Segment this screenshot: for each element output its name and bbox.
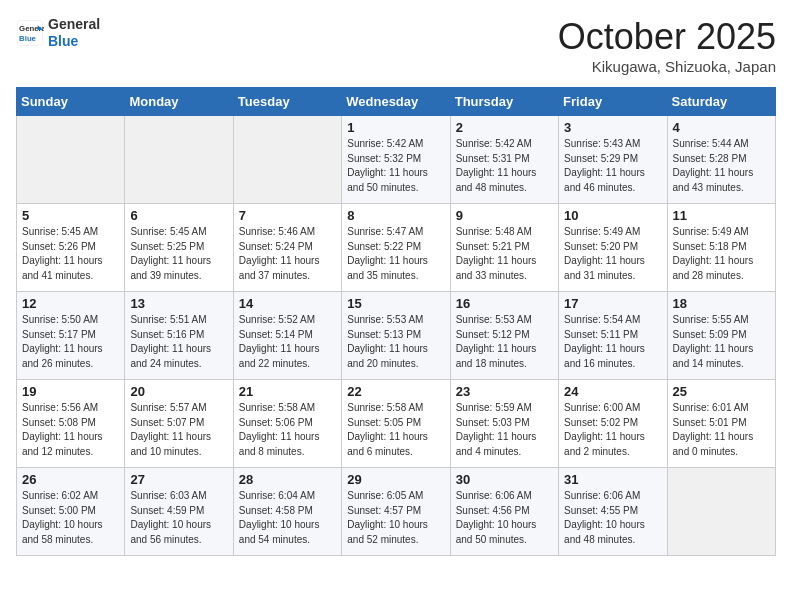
day-info: Sunrise: 5:52 AM Sunset: 5:14 PM Dayligh…: [239, 313, 336, 371]
logo: General Blue General Blue: [16, 16, 100, 50]
day-number: 26: [22, 472, 119, 487]
day-info: Sunrise: 6:06 AM Sunset: 4:55 PM Dayligh…: [564, 489, 661, 547]
day-number: 11: [673, 208, 770, 223]
day-info: Sunrise: 5:45 AM Sunset: 5:25 PM Dayligh…: [130, 225, 227, 283]
logo-icon: General Blue: [16, 19, 44, 47]
day-info: Sunrise: 5:53 AM Sunset: 5:13 PM Dayligh…: [347, 313, 444, 371]
calendar-cell: 3Sunrise: 5:43 AM Sunset: 5:29 PM Daylig…: [559, 116, 667, 204]
day-info: Sunrise: 5:58 AM Sunset: 5:05 PM Dayligh…: [347, 401, 444, 459]
day-number: 17: [564, 296, 661, 311]
calendar-cell: 4Sunrise: 5:44 AM Sunset: 5:28 PM Daylig…: [667, 116, 775, 204]
day-info: Sunrise: 6:06 AM Sunset: 4:56 PM Dayligh…: [456, 489, 553, 547]
weekday-header-tuesday: Tuesday: [233, 88, 341, 116]
day-number: 14: [239, 296, 336, 311]
day-number: 30: [456, 472, 553, 487]
day-number: 4: [673, 120, 770, 135]
calendar-cell: 27Sunrise: 6:03 AM Sunset: 4:59 PM Dayli…: [125, 468, 233, 556]
day-info: Sunrise: 5:43 AM Sunset: 5:29 PM Dayligh…: [564, 137, 661, 195]
calendar-cell: 14Sunrise: 5:52 AM Sunset: 5:14 PM Dayli…: [233, 292, 341, 380]
day-number: 9: [456, 208, 553, 223]
calendar-cell: 20Sunrise: 5:57 AM Sunset: 5:07 PM Dayli…: [125, 380, 233, 468]
calendar-cell: 8Sunrise: 5:47 AM Sunset: 5:22 PM Daylig…: [342, 204, 450, 292]
location: Kikugawa, Shizuoka, Japan: [558, 58, 776, 75]
day-number: 22: [347, 384, 444, 399]
day-number: 18: [673, 296, 770, 311]
day-number: 23: [456, 384, 553, 399]
calendar-cell: 10Sunrise: 5:49 AM Sunset: 5:20 PM Dayli…: [559, 204, 667, 292]
calendar-cell: 29Sunrise: 6:05 AM Sunset: 4:57 PM Dayli…: [342, 468, 450, 556]
day-info: Sunrise: 5:49 AM Sunset: 5:20 PM Dayligh…: [564, 225, 661, 283]
calendar-cell: 6Sunrise: 5:45 AM Sunset: 5:25 PM Daylig…: [125, 204, 233, 292]
day-number: 8: [347, 208, 444, 223]
month-title: October 2025: [558, 16, 776, 58]
weekday-header-monday: Monday: [125, 88, 233, 116]
weekday-header-wednesday: Wednesday: [342, 88, 450, 116]
calendar-cell: 1Sunrise: 5:42 AM Sunset: 5:32 PM Daylig…: [342, 116, 450, 204]
day-info: Sunrise: 6:00 AM Sunset: 5:02 PM Dayligh…: [564, 401, 661, 459]
page-header: General Blue General Blue October 2025 K…: [16, 16, 776, 75]
day-number: 29: [347, 472, 444, 487]
day-number: 28: [239, 472, 336, 487]
day-number: 1: [347, 120, 444, 135]
day-info: Sunrise: 5:59 AM Sunset: 5:03 PM Dayligh…: [456, 401, 553, 459]
day-info: Sunrise: 5:58 AM Sunset: 5:06 PM Dayligh…: [239, 401, 336, 459]
day-info: Sunrise: 6:05 AM Sunset: 4:57 PM Dayligh…: [347, 489, 444, 547]
day-number: 5: [22, 208, 119, 223]
day-number: 24: [564, 384, 661, 399]
day-number: 2: [456, 120, 553, 135]
logo-general-text: General: [48, 16, 100, 33]
day-number: 3: [564, 120, 661, 135]
calendar-cell: 13Sunrise: 5:51 AM Sunset: 5:16 PM Dayli…: [125, 292, 233, 380]
day-info: Sunrise: 5:54 AM Sunset: 5:11 PM Dayligh…: [564, 313, 661, 371]
calendar-cell: 5Sunrise: 5:45 AM Sunset: 5:26 PM Daylig…: [17, 204, 125, 292]
calendar-table: SundayMondayTuesdayWednesdayThursdayFrid…: [16, 87, 776, 556]
day-info: Sunrise: 6:02 AM Sunset: 5:00 PM Dayligh…: [22, 489, 119, 547]
day-info: Sunrise: 5:51 AM Sunset: 5:16 PM Dayligh…: [130, 313, 227, 371]
calendar-week-2: 5Sunrise: 5:45 AM Sunset: 5:26 PM Daylig…: [17, 204, 776, 292]
calendar-cell: 30Sunrise: 6:06 AM Sunset: 4:56 PM Dayli…: [450, 468, 558, 556]
day-info: Sunrise: 5:55 AM Sunset: 5:09 PM Dayligh…: [673, 313, 770, 371]
day-number: 15: [347, 296, 444, 311]
calendar-cell: 12Sunrise: 5:50 AM Sunset: 5:17 PM Dayli…: [17, 292, 125, 380]
calendar-cell: [233, 116, 341, 204]
weekday-header-sunday: Sunday: [17, 88, 125, 116]
calendar-week-1: 1Sunrise: 5:42 AM Sunset: 5:32 PM Daylig…: [17, 116, 776, 204]
day-info: Sunrise: 5:50 AM Sunset: 5:17 PM Dayligh…: [22, 313, 119, 371]
weekday-header-row: SundayMondayTuesdayWednesdayThursdayFrid…: [17, 88, 776, 116]
calendar-cell: 22Sunrise: 5:58 AM Sunset: 5:05 PM Dayli…: [342, 380, 450, 468]
calendar-cell: [125, 116, 233, 204]
day-info: Sunrise: 5:56 AM Sunset: 5:08 PM Dayligh…: [22, 401, 119, 459]
calendar-cell: 24Sunrise: 6:00 AM Sunset: 5:02 PM Dayli…: [559, 380, 667, 468]
calendar-cell: 28Sunrise: 6:04 AM Sunset: 4:58 PM Dayli…: [233, 468, 341, 556]
weekday-header-friday: Friday: [559, 88, 667, 116]
day-number: 16: [456, 296, 553, 311]
day-number: 12: [22, 296, 119, 311]
day-number: 27: [130, 472, 227, 487]
day-number: 13: [130, 296, 227, 311]
day-number: 10: [564, 208, 661, 223]
calendar-cell: 2Sunrise: 5:42 AM Sunset: 5:31 PM Daylig…: [450, 116, 558, 204]
calendar-cell: 26Sunrise: 6:02 AM Sunset: 5:00 PM Dayli…: [17, 468, 125, 556]
day-number: 19: [22, 384, 119, 399]
calendar-body: 1Sunrise: 5:42 AM Sunset: 5:32 PM Daylig…: [17, 116, 776, 556]
day-number: 7: [239, 208, 336, 223]
day-number: 31: [564, 472, 661, 487]
day-number: 21: [239, 384, 336, 399]
calendar-cell: 17Sunrise: 5:54 AM Sunset: 5:11 PM Dayli…: [559, 292, 667, 380]
title-block: October 2025 Kikugawa, Shizuoka, Japan: [558, 16, 776, 75]
calendar-cell: 15Sunrise: 5:53 AM Sunset: 5:13 PM Dayli…: [342, 292, 450, 380]
calendar-week-3: 12Sunrise: 5:50 AM Sunset: 5:17 PM Dayli…: [17, 292, 776, 380]
calendar-cell: 11Sunrise: 5:49 AM Sunset: 5:18 PM Dayli…: [667, 204, 775, 292]
day-info: Sunrise: 5:46 AM Sunset: 5:24 PM Dayligh…: [239, 225, 336, 283]
calendar-cell: 18Sunrise: 5:55 AM Sunset: 5:09 PM Dayli…: [667, 292, 775, 380]
calendar-cell: 21Sunrise: 5:58 AM Sunset: 5:06 PM Dayli…: [233, 380, 341, 468]
day-info: Sunrise: 5:42 AM Sunset: 5:32 PM Dayligh…: [347, 137, 444, 195]
calendar-cell: 7Sunrise: 5:46 AM Sunset: 5:24 PM Daylig…: [233, 204, 341, 292]
day-number: 25: [673, 384, 770, 399]
calendar-header: SundayMondayTuesdayWednesdayThursdayFrid…: [17, 88, 776, 116]
day-info: Sunrise: 5:45 AM Sunset: 5:26 PM Dayligh…: [22, 225, 119, 283]
calendar-cell: 23Sunrise: 5:59 AM Sunset: 5:03 PM Dayli…: [450, 380, 558, 468]
day-info: Sunrise: 5:53 AM Sunset: 5:12 PM Dayligh…: [456, 313, 553, 371]
day-info: Sunrise: 5:42 AM Sunset: 5:31 PM Dayligh…: [456, 137, 553, 195]
day-info: Sunrise: 5:47 AM Sunset: 5:22 PM Dayligh…: [347, 225, 444, 283]
